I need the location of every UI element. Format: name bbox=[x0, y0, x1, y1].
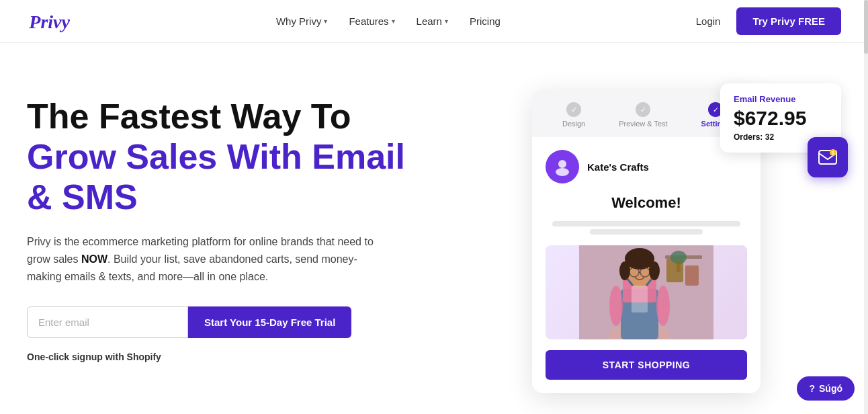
card-image bbox=[546, 245, 747, 339]
svg-text:$: $ bbox=[832, 151, 834, 156]
hero-left: The Fastest Way To Grow Sales With Email… bbox=[27, 83, 430, 362]
email-form: Start Your 15-Day Free Trial bbox=[27, 306, 430, 338]
nav-right: Login Try Privy FREE bbox=[696, 7, 841, 35]
shopify-signup-text: One-click signup with Shopify bbox=[27, 351, 430, 362]
hero-description: Privy is the ecommerce marketing platfor… bbox=[27, 233, 376, 285]
login-button[interactable]: Login bbox=[696, 15, 721, 27]
svg-rect-24 bbox=[632, 286, 648, 313]
try-free-button[interactable]: Try Privy FREE bbox=[736, 7, 841, 35]
svg-text:Privy: Privy bbox=[28, 11, 70, 32]
shop-button[interactable]: START SHOPPING bbox=[546, 350, 747, 380]
svg-point-16 bbox=[656, 286, 670, 326]
chevron-down-icon: ▾ bbox=[445, 17, 448, 25]
card-body: Kate's Crafts Welcome! bbox=[532, 136, 761, 393]
nav-pricing[interactable]: Pricing bbox=[470, 15, 501, 27]
help-label: Súgó bbox=[819, 383, 842, 394]
help-button[interactable]: ? Súgó bbox=[797, 376, 855, 401]
svg-point-19 bbox=[619, 261, 630, 280]
nav-why-privy[interactable]: Why Privy ▾ bbox=[276, 15, 328, 27]
scrollbar-thumb[interactable] bbox=[864, 0, 868, 54]
store-name: Kate's Crafts bbox=[587, 161, 649, 173]
step-label-design: Design bbox=[562, 120, 585, 128]
step-preview: ✓ Preview & Test bbox=[619, 102, 668, 128]
scrollbar-track bbox=[864, 0, 868, 414]
nav-links: Why Privy ▾ Features ▾ Learn ▾ Pricing bbox=[276, 15, 501, 27]
revenue-label: Email Revenue bbox=[734, 94, 828, 104]
logo[interactable]: Privy bbox=[27, 7, 81, 36]
hero-mockup: Email Revenue $672.95 Orders: 32 $ ✓ Des… bbox=[492, 77, 841, 393]
email-icon-float: $ bbox=[808, 137, 848, 177]
store-avatar bbox=[546, 150, 579, 183]
divider-line-1 bbox=[552, 221, 740, 226]
svg-rect-11 bbox=[677, 262, 681, 272]
chevron-down-icon: ▾ bbox=[324, 17, 327, 25]
svg-point-5 bbox=[556, 168, 569, 176]
svg-point-4 bbox=[558, 160, 566, 168]
help-icon: ? bbox=[809, 383, 815, 394]
divider-lines bbox=[546, 221, 747, 235]
store-header: Kate's Crafts bbox=[546, 150, 747, 183]
chevron-down-icon: ▾ bbox=[392, 17, 395, 25]
hero-section: The Fastest Way To Grow Sales With Email… bbox=[0, 43, 868, 414]
revenue-amount: $672.95 bbox=[734, 107, 828, 130]
step-design: ✓ Design bbox=[562, 102, 585, 128]
svg-point-15 bbox=[609, 286, 623, 326]
hero-title: The Fastest Way To Grow Sales With Email… bbox=[27, 97, 430, 217]
navbar: Privy Why Privy ▾ Features ▾ Learn ▾ Pri… bbox=[0, 0, 868, 43]
welcome-text: Welcome! bbox=[546, 194, 747, 212]
nav-learn[interactable]: Learn ▾ bbox=[417, 15, 448, 27]
step-label-preview: Preview & Test bbox=[619, 120, 668, 128]
email-input[interactable] bbox=[27, 306, 188, 338]
svg-point-20 bbox=[649, 261, 660, 280]
svg-rect-8 bbox=[685, 265, 699, 286]
divider-line-2 bbox=[590, 229, 703, 235]
start-trial-button[interactable]: Start Your 15-Day Free Trial bbox=[188, 306, 351, 338]
nav-features[interactable]: Features ▾ bbox=[349, 15, 394, 27]
step-circle-design: ✓ bbox=[566, 102, 581, 117]
step-circle-preview: ✓ bbox=[636, 102, 650, 117]
